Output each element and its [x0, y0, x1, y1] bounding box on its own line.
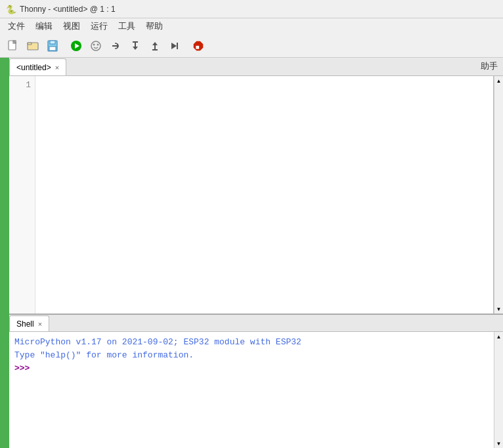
svg-rect-9 [49, 47, 56, 51]
svg-rect-6 [28, 43, 32, 45]
editor-scrollbar[interactable]: ▲ ▼ [494, 76, 503, 314]
svg-rect-8 [50, 41, 55, 44]
line-number-1: 1 [9, 79, 35, 92]
shell-content: MicroPython v1.17 on 2021-09-02; ESP32 m… [9, 332, 494, 448]
left-sidebar-tag [0, 58, 9, 448]
tab-close-button[interactable]: × [55, 64, 59, 71]
editor-tab-untitled[interactable]: <untitled> × [9, 58, 66, 75]
code-editor[interactable]: 1 [9, 76, 494, 314]
shell-tab-label: Shell [16, 319, 34, 329]
shell-scroll-track[interactable] [494, 341, 503, 439]
app-icon: 🐍 [5, 3, 17, 15]
menu-view[interactable]: 视图 [58, 19, 85, 33]
resume-button[interactable] [165, 37, 184, 55]
svg-point-14 [97, 43, 99, 45]
run-button[interactable] [67, 37, 85, 55]
step-into-button[interactable] [126, 37, 144, 55]
shell-scrollbar[interactable]: ▲ ▼ [494, 332, 503, 448]
shell-scroll-up-arrow[interactable]: ▲ [494, 332, 504, 341]
code-area[interactable] [35, 76, 493, 314]
svg-text:■: ■ [195, 43, 199, 50]
step-over-button[interactable] [106, 37, 125, 55]
new-button[interactable] [4, 37, 22, 55]
main-area: <untitled> × 助手 1 ▲ ▼ Sh [0, 58, 503, 448]
tab-label: <untitled> [16, 63, 51, 72]
shell-panel: Shell × MicroPython v1.17 on 2021-09-02;… [9, 314, 503, 448]
menu-run[interactable]: 运行 [85, 19, 113, 33]
shell-scroll-down-arrow[interactable]: ▼ [494, 439, 504, 448]
title-text: Thonny - <untitled> @ 1 : 1 [20, 5, 116, 14]
stop-button[interactable]: ■ [189, 37, 208, 55]
scroll-track[interactable] [494, 85, 503, 304]
menu-bar: 文件 编辑 视图 运行 工具 帮助 [0, 18, 503, 34]
editor-panel: <untitled> × 助手 1 ▲ ▼ Sh [9, 58, 503, 448]
line-numbers: 1 [9, 76, 35, 314]
shell-text-area[interactable]: MicroPython v1.17 on 2021-09-02; ESP32 m… [9, 332, 494, 448]
svg-point-12 [91, 41, 100, 51]
menu-edit[interactable]: 编辑 [30, 19, 58, 33]
title-bar: 🐍 Thonny - <untitled> @ 1 : 1 [0, 0, 503, 18]
scroll-up-arrow[interactable]: ▲ [494, 76, 504, 85]
debug-button[interactable] [87, 37, 105, 55]
svg-text:🐍: 🐍 [6, 4, 17, 15]
open-button[interactable] [24, 37, 42, 55]
menu-file[interactable]: 文件 [3, 19, 30, 33]
shell-tab-close[interactable]: × [38, 320, 42, 328]
menu-help[interactable]: 帮助 [141, 19, 168, 33]
shell-prompt[interactable]: >>> [14, 362, 489, 375]
menu-tools[interactable]: 工具 [113, 19, 141, 33]
svg-marker-20 [152, 42, 158, 45]
toolbar: ■ [0, 34, 503, 58]
shell-line-1: MicroPython v1.17 on 2021-09-02; ESP32 m… [14, 336, 489, 349]
shell-tab-bar: Shell × [9, 315, 503, 332]
svg-marker-22 [171, 43, 177, 49]
step-out-button[interactable] [146, 37, 164, 55]
scroll-down-arrow[interactable]: ▼ [494, 304, 504, 314]
editor-tab-bar: <untitled> × 助手 [9, 58, 503, 76]
helper-text: 助手 [481, 60, 498, 72]
shell-tab[interactable]: Shell × [9, 316, 49, 331]
svg-marker-17 [133, 47, 138, 50]
save-button[interactable] [43, 37, 62, 55]
svg-point-13 [93, 43, 95, 45]
shell-line-2: Type "help()" for more information. [14, 349, 489, 362]
